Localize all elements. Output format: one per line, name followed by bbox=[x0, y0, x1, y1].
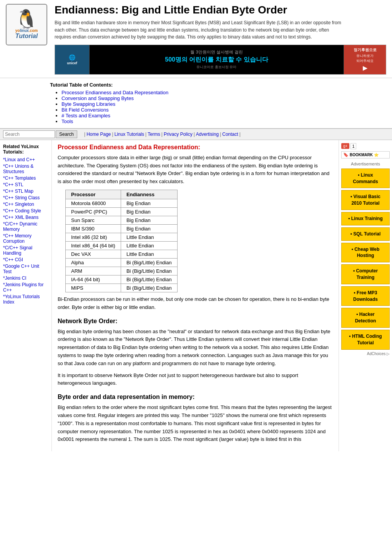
toc-link-3[interactable]: Byte Swapping Libraries bbox=[61, 101, 115, 107]
search-input[interactable] bbox=[3, 130, 55, 138]
table-row: MIPSBi (Big/Little) Endian bbox=[66, 284, 178, 292]
section1-para2: Bi-Endian processors can be run in eithe… bbox=[58, 295, 333, 312]
sidebar-link-xml[interactable]: *C++ XML Beans bbox=[3, 215, 48, 220]
sidebar-link-unions[interactable]: *C++ Unions & Structures bbox=[3, 164, 48, 174]
nav-sep: | bbox=[194, 132, 195, 137]
nav-link-contact[interactable]: Contact bbox=[222, 132, 238, 137]
sidebar-link-cgi[interactable]: *C++ CGI bbox=[3, 257, 48, 262]
nav-sep: | bbox=[239, 132, 241, 137]
ad-box-cheap-hosting[interactable]: • Cheap WebHosting bbox=[341, 243, 390, 263]
logo-site-text: yolinux.com bbox=[15, 28, 38, 33]
nav-link-advertising[interactable]: Advertising bbox=[196, 132, 219, 137]
table-row: PowerPC (PPC)Big Endian bbox=[66, 207, 178, 216]
sidebar-link-stlmap[interactable]: *C++ STL Map bbox=[3, 189, 48, 194]
gplus-area: g+ 1 bbox=[341, 143, 390, 149]
section2-para1: Big endian byte ordering has been chosen… bbox=[58, 328, 333, 368]
table-row: IBM S/390Big Endian bbox=[66, 224, 178, 233]
toc-link-2[interactable]: Conversion and Swapping Bytes bbox=[61, 95, 134, 101]
nav-link-home[interactable]: Home Page bbox=[86, 132, 111, 137]
toc-link-1[interactable]: Processor Endianness and Data Representa… bbox=[61, 90, 168, 95]
nav-bar: Search | Home Page | Linux Tutorials | T… bbox=[0, 128, 392, 140]
nav-link-privacy[interactable]: Privacy Policy bbox=[164, 132, 193, 137]
gplus-button[interactable]: g+ bbox=[341, 143, 349, 149]
list-item: # Tests and Examples bbox=[61, 113, 386, 118]
table-row: Intel x86_64 (64 bit)Little Endian bbox=[66, 241, 178, 250]
toc-link-6[interactable]: Tools bbox=[61, 118, 73, 124]
list-item: Byte Swapping Libraries bbox=[61, 101, 386, 107]
table-row: Motorola 68000Big Endian bbox=[66, 199, 178, 207]
banner-middle: 월 3만원이면 설사병에 걸린 500명의 어린이를 치료할 수 있습니다 유니… bbox=[90, 45, 344, 74]
ad-box-linux-commands[interactable]: • LinuxCommands bbox=[341, 169, 390, 189]
list-item: Processor Endianness and Data Representa… bbox=[61, 90, 386, 95]
sidebar-right: g+ 1 🔖 BOOKMARK ⭐ Advertisements • Linux… bbox=[339, 140, 392, 451]
list-item: Bit Field Conversions bbox=[61, 107, 386, 113]
bookmark-icon: 🔖 bbox=[343, 152, 349, 157]
nav-link-tutorials[interactable]: Linux Tutorials bbox=[115, 132, 144, 137]
toc-list: Processor Endianness and Data Representa… bbox=[61, 90, 386, 124]
table-row: ARMBi (Big/Little) Endian bbox=[66, 267, 178, 275]
list-item: Conversion and Swapping Bytes bbox=[61, 95, 386, 101]
ad-box-html[interactable]: • HTML CodingTutorial bbox=[341, 330, 390, 350]
gplus-count: 1 bbox=[350, 143, 356, 149]
ad-box-sql[interactable]: • SQL Tutorial bbox=[341, 227, 390, 241]
header-content: Endianness: Big and Little Endian Byte O… bbox=[50, 4, 386, 75]
section3-para1: Big endian refers to the order where the… bbox=[58, 404, 333, 444]
table-row: Sun SparcBig Endian bbox=[66, 216, 178, 224]
banner-ad: 🌐 unicef 월 3만원이면 설사병에 걸린 500명의 어린이를 치료할 … bbox=[55, 45, 386, 75]
logo-tutorial-label: Tutorial bbox=[15, 33, 38, 40]
table-row: Intel x86 (32 bit)Little Endian bbox=[66, 233, 178, 241]
page-title: Endianness: Big and Little Endian Byte O… bbox=[55, 4, 386, 16]
table-row: Dec VAXLittle Endian bbox=[66, 250, 178, 258]
bookmark-stars: ⭐ bbox=[374, 153, 379, 157]
ad-box-mp3[interactable]: • Free MP3Downloads bbox=[341, 286, 390, 306]
table-header-endianness: Endianness bbox=[121, 190, 177, 199]
sidebar-link-linux-cpp[interactable]: *Linux and C++ bbox=[3, 157, 48, 162]
bookmark-label: BOOKMARK bbox=[350, 153, 373, 157]
sidebar-link-templates[interactable]: *C++ Templates bbox=[3, 175, 48, 181]
sidebar-link-signal[interactable]: *C/C++ Signal Handling bbox=[3, 245, 48, 256]
main-content: Processor Endianness and Data Representa… bbox=[52, 140, 339, 451]
list-item: Tools bbox=[61, 118, 386, 124]
ad-box-computer-training[interactable]: • ComputerTraining bbox=[341, 264, 390, 284]
table-row: AlphaBi (Big/Little) Endian bbox=[66, 258, 178, 267]
section2-title: Network Byte Order: bbox=[58, 318, 333, 325]
sidebar-link-coding[interactable]: *C++ Coding Style bbox=[3, 208, 48, 214]
sidebar-link-stl[interactable]: *C++ STL bbox=[3, 182, 48, 187]
section1-title: Processor Endianness and Data Representa… bbox=[58, 144, 333, 151]
search-button[interactable]: Search bbox=[56, 130, 77, 138]
sidebar-link-index[interactable]: *YoLinux Tutorials Index bbox=[3, 294, 48, 305]
nav-sep: | bbox=[145, 132, 146, 137]
sidebar-link-jenkins-plugins[interactable]: *Jenkins Plugins for C++ bbox=[3, 282, 48, 293]
nav-links: | Home Page | Linux Tutorials | Terms | … bbox=[83, 132, 242, 137]
intro-text: Big and little endian hardware store in … bbox=[55, 19, 347, 41]
main-layout: Related YoLinux Tutorials: *Linux and C+… bbox=[0, 140, 392, 451]
logo-penguin-icon: 🐧 bbox=[15, 10, 38, 28]
sidebar-link-dynmem[interactable]: *C/C++ Dynamic Memory bbox=[3, 221, 48, 232]
toc-title: Tutorial Table of Contents: bbox=[50, 82, 386, 88]
ad-box-vb[interactable]: • Visual Basic2010 Tutorial bbox=[341, 190, 390, 210]
sidebar-link-string[interactable]: *C++ String Class bbox=[3, 195, 48, 200]
logo-area: 🐧 yolinux.com Tutorial bbox=[6, 4, 50, 45]
sidebar-link-singleton[interactable]: *C++ Singleton bbox=[3, 202, 48, 207]
section1-para1: Computer processors store data in either… bbox=[58, 154, 333, 186]
nav-link-terms[interactable]: Terms bbox=[148, 132, 160, 137]
nav-sep: | bbox=[84, 132, 85, 137]
section2-para2: It is important to observe Network Byte … bbox=[58, 372, 333, 388]
nav-sep: | bbox=[220, 132, 221, 137]
adchoices-label: AdChoices ▷ bbox=[341, 352, 390, 356]
nav-sep: | bbox=[112, 132, 113, 137]
ad-box-hacker[interactable]: • HackerDetection bbox=[341, 308, 390, 328]
banner-right: 정기후원으로 유니하로가 되어주세요 ▶ bbox=[344, 45, 386, 74]
toc-link-4[interactable]: Bit Field Conversions bbox=[61, 107, 109, 113]
toc-link-5[interactable]: # Tests and Examples bbox=[61, 113, 110, 118]
sidebar-link-jenkins[interactable]: *Jenkins CI bbox=[3, 275, 48, 281]
bookmark-bar: 🔖 BOOKMARK ⭐ bbox=[341, 151, 390, 159]
ad-box-linux-training[interactable]: • Linux Training bbox=[341, 212, 390, 225]
sidebar-link-memcorrupt[interactable]: *C++ Memory Corruption bbox=[3, 233, 48, 244]
sidebar-link-gtest[interactable]: *Google C++ Unit Test bbox=[3, 264, 48, 274]
ads-label: Advertisements bbox=[341, 162, 390, 166]
table-row: IA-64 (64 bit)Bi (Big/Little) Endian bbox=[66, 275, 178, 284]
processor-table: Processor Endianness Motorola 68000Big E… bbox=[65, 190, 178, 292]
section3-title: Byte order and data representation in me… bbox=[58, 394, 333, 400]
banner-left: 🌐 unicef bbox=[55, 45, 90, 74]
